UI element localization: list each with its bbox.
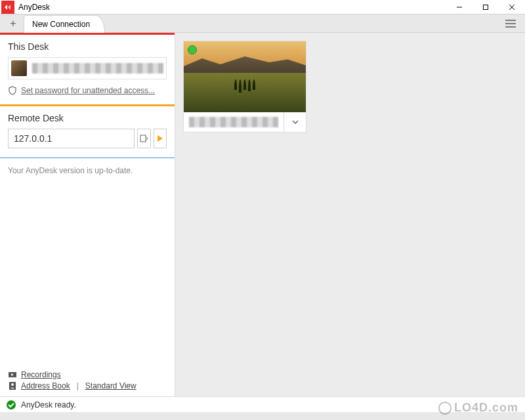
minimize-button[interactable]	[446, 0, 472, 14]
separator: |	[77, 381, 79, 390]
recent-session-card[interactable]: ☆	[183, 41, 306, 133]
tabbar: + New Connection	[0, 14, 525, 33]
bottom-links: Recordings Address Book | Standard View	[0, 364, 175, 396]
watermark: LO4D.com	[438, 401, 518, 415]
update-status-text: Your AnyDesk version is up-to-date.	[8, 166, 167, 175]
clipboard-button[interactable]	[137, 129, 151, 148]
svg-marker-0	[5, 5, 7, 10]
tab-label: New Connection	[32, 20, 90, 29]
content-area: ☆	[175, 33, 525, 396]
this-desk-id-redacted	[32, 63, 163, 74]
set-password-link[interactable]: Set password for unattended access...	[8, 86, 167, 95]
standard-view-link[interactable]: Standard View	[85, 381, 136, 390]
this-desk-panel: This Desk Set password for unattended ac…	[0, 33, 175, 103]
tab-new-connection[interactable]: New Connection	[24, 15, 105, 33]
svg-rect-3	[484, 5, 488, 9]
this-desk-heading: This Desk	[8, 41, 167, 52]
svg-point-14	[11, 383, 14, 386]
sidebar: This Desk Set password for unattended ac…	[0, 33, 175, 396]
status-ok-icon	[7, 400, 16, 410]
window-controls	[446, 0, 525, 14]
update-panel: Your AnyDesk version is up-to-date.	[0, 158, 175, 183]
shield-icon	[8, 86, 17, 95]
titlebar: AnyDesk	[0, 0, 525, 14]
svg-marker-10	[158, 135, 163, 142]
main-area: This Desk Set password for unattended ac…	[0, 33, 525, 396]
close-button[interactable]	[499, 0, 525, 14]
remote-desk-panel: Remote Desk	[0, 104, 175, 156]
avatar-icon	[11, 60, 27, 76]
this-desk-address[interactable]	[8, 57, 167, 79]
svg-rect-9	[140, 135, 146, 142]
watermark-text: LO4D.com	[454, 401, 518, 415]
remote-desk-heading: Remote Desk	[8, 113, 167, 123]
hamburger-menu-button[interactable]	[503, 16, 518, 32]
globe-icon	[438, 402, 452, 415]
session-id-redacted	[189, 117, 278, 127]
address-book-icon	[8, 381, 17, 390]
connect-button[interactable]	[154, 129, 167, 148]
new-tab-button[interactable]: +	[4, 16, 22, 32]
play-icon	[157, 135, 163, 142]
remote-address-input[interactable]	[8, 129, 135, 148]
session-label-row	[184, 112, 306, 132]
set-password-label: Set password for unattended access...	[21, 86, 155, 95]
svg-marker-1	[8, 5, 10, 10]
session-menu-button[interactable]	[284, 112, 306, 132]
app-title: AnyDesk	[18, 3, 446, 12]
app-logo-icon	[1, 1, 14, 14]
maximize-button[interactable]	[472, 0, 499, 14]
favorite-star-icon[interactable]: ☆	[293, 45, 302, 58]
clipboard-icon	[139, 134, 148, 143]
online-status-icon	[188, 45, 197, 54]
chevron-down-icon	[292, 120, 299, 124]
address-book-link[interactable]: Address Book	[21, 381, 70, 390]
recordings-icon	[8, 370, 17, 379]
session-thumbnail: ☆	[184, 41, 306, 112]
recordings-link[interactable]: Recordings	[21, 370, 61, 379]
status-text: AnyDesk ready.	[21, 400, 76, 410]
